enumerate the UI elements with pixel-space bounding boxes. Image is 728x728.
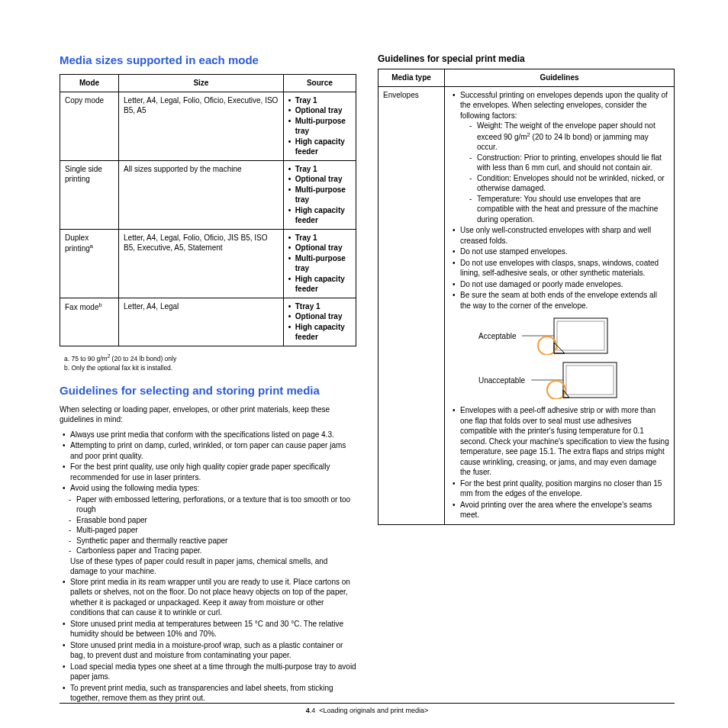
source-item: Ttray 1	[288, 301, 351, 312]
list-item: Temperature: You should use envelopes th…	[460, 194, 669, 225]
list-item: Paper with embossed lettering, perforati…	[60, 494, 356, 515]
th-guidelines: Guidelines	[445, 69, 675, 87]
guidelines-intro: When selecting or loading paper, envelop…	[60, 404, 356, 425]
th-media-type: Media type	[378, 69, 445, 87]
media-type-cell: Envelopes	[378, 86, 445, 524]
mode-cell: Fax modeb	[60, 298, 119, 346]
source-item: Tray 1	[288, 164, 351, 175]
source-item: Multi-purpose tray	[288, 185, 351, 205]
table-row: Duplex printingaLetter, A4, Legal, Folio…	[60, 229, 356, 298]
source-item: Tray 1	[288, 95, 351, 106]
table-row: Envelopes Successful printing on envelop…	[378, 86, 675, 524]
list-item: Attempting to print on damp, curled, wri…	[60, 440, 356, 461]
list-item: For the best print quality, use only hig…	[60, 462, 356, 482]
list-item: Synthetic paper and thermally reactive p…	[60, 536, 356, 546]
th-mode: Mode	[60, 75, 119, 92]
source-item: Tray 1	[288, 233, 351, 243]
list-item: Multi-paged paper	[60, 525, 356, 536]
mode-cell: Single side printing	[60, 160, 119, 229]
page-number-rest: .4	[310, 707, 316, 714]
th-source: Source	[283, 75, 356, 92]
special-media-table: Media type Guidelines Envelopes Successf…	[378, 69, 675, 525]
right-column: Guidelines for special print media Media…	[378, 46, 675, 705]
svg-rect-1	[557, 321, 604, 350]
svg-rect-5	[566, 366, 614, 395]
list-item: Condition: Envelopes should not be wrink…	[460, 173, 669, 194]
envelope-icon	[522, 317, 614, 355]
list-item: To prevent print media, such as transpar…	[60, 683, 356, 704]
list-item: Weight: The weight of the envelope paper…	[460, 121, 669, 153]
source-item: Optional tray	[288, 243, 351, 253]
size-cell: All sizes supported by the machine	[119, 160, 284, 229]
source-item: High capacity feeder	[288, 322, 351, 343]
list-item: Always use print media that conform with…	[60, 430, 356, 440]
list-item: Erasable bond paper	[60, 515, 356, 526]
svg-point-7	[547, 381, 565, 399]
list-item: Use only well-constructed envelopes with…	[449, 225, 669, 246]
list-item: Store unused print media at temperatures…	[60, 619, 356, 639]
size-cell: Letter, A4, Legal, Folio, Oficio, Execut…	[119, 92, 284, 160]
source-item: Multi-purpose tray	[288, 116, 351, 137]
table-row: Copy modeLetter, A4, Legal, Folio, Ofici…	[60, 92, 356, 160]
envelope-unacceptable-diagram: Unacceptable	[478, 361, 669, 399]
source-item: Optional tray	[288, 174, 351, 185]
page: Media sizes supported in each mode Mode …	[0, 0, 728, 728]
footer-caption: <Loading originals and print media>	[319, 707, 428, 714]
source-cell: Tray 1Optional trayMulti-purpose trayHig…	[283, 229, 356, 298]
list-item: Store print media in its ream wrapper un…	[60, 577, 356, 618]
source-item: Optional tray	[288, 105, 351, 116]
size-cell: Letter, A4, Legal, Folio, Oficio, JIS B5…	[119, 229, 284, 298]
svg-rect-0	[554, 318, 607, 353]
th-size: Size	[119, 75, 284, 92]
list-item: Avoid using the following media types:	[60, 483, 356, 494]
avoid-sublist: Paper with embossed lettering, perforati…	[60, 494, 356, 556]
source-cell: Tray 1Optional trayMulti-purpose trayHig…	[283, 92, 356, 160]
source-item: High capacity feeder	[288, 137, 351, 157]
list-item: Envelopes with a peel-off adhesive strip…	[449, 405, 669, 478]
guidelines-cell: Successful printing on envelopes depends…	[445, 86, 675, 524]
list-item: Do not use stamped envelopes.	[449, 246, 669, 257]
list-item: Avoid printing over the area where the e…	[449, 500, 669, 520]
table-row: Single side printingAll sizes supported …	[60, 160, 356, 229]
source-cell: Ttray 1Optional trayHigh capacity feeder	[283, 298, 356, 346]
source-item: High capacity feeder	[288, 274, 351, 295]
source-cell: Tray 1Optional trayMulti-purpose trayHig…	[283, 160, 356, 229]
list-item: Carbonless paper and Tracing paper.	[60, 546, 356, 556]
table-row: Fax modebLetter, A4, LegalTtray 1Optiona…	[60, 298, 356, 346]
avoid-after-text: Use of these types of paper could result…	[60, 556, 356, 577]
list-item: For the best print quality, position mar…	[449, 478, 669, 499]
mode-cell: Duplex printinga	[60, 229, 119, 298]
envelope-icon	[531, 361, 623, 399]
list-item: Store unused print media in a moisture-p…	[60, 640, 356, 661]
guidelines-list: Always use print media that conform with…	[60, 430, 356, 704]
unacceptable-label: Unacceptable	[478, 375, 525, 386]
envelope-acceptable-diagram: Acceptable	[478, 317, 669, 355]
source-item: Optional tray	[288, 311, 351, 322]
left-column: Media sizes supported in each mode Mode …	[60, 46, 356, 705]
heading-media-sizes: Media sizes supported in each mode	[60, 53, 356, 66]
source-item: High capacity feeder	[288, 205, 351, 226]
acceptable-label: Acceptable	[478, 331, 516, 342]
list-item: Construction: Prior to printing, envelop…	[460, 153, 669, 173]
source-item: Multi-purpose tray	[288, 253, 351, 274]
page-footer: 4.4 <Loading originals and print media>	[60, 703, 675, 714]
modes-table: Mode Size Source Copy modeLetter, A4, Le…	[60, 74, 356, 346]
mode-cell: Copy mode	[60, 92, 119, 160]
list-item: Load special media types one sheet at a …	[60, 662, 356, 682]
table-footnotes: a. 75 to 90 g/m2 (20 to 24 lb bond) only…	[64, 353, 356, 373]
heading-guidelines: Guidelines for selecting and storing pri…	[60, 384, 356, 397]
size-cell: Letter, A4, Legal	[119, 298, 284, 346]
list-item: Be sure the seam at both ends of the env…	[449, 290, 669, 311]
list-item: Successful printing on envelopes depends…	[449, 90, 669, 225]
heading-special-media: Guidelines for special print media	[378, 53, 675, 64]
list-item: Do not use envelopes with clasps, snaps,…	[449, 258, 669, 279]
svg-rect-4	[563, 362, 617, 398]
list-item: Do not use damaged or poorly made envelo…	[449, 279, 669, 290]
svg-point-3	[538, 337, 556, 355]
